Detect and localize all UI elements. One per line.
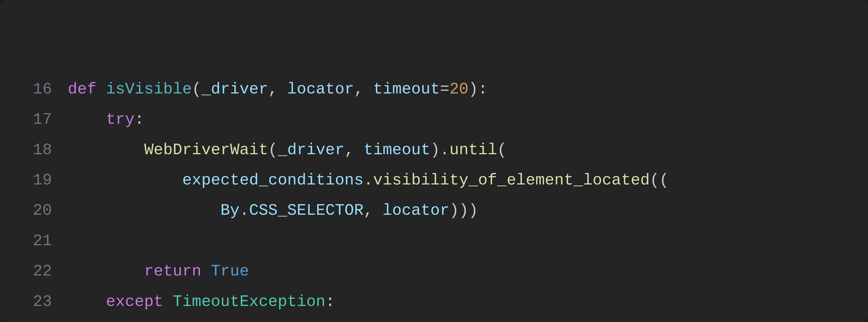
line-number: 23: [0, 287, 68, 317]
code-line[interactable]: 18 WebDriverWait(_driver, timeout).until…: [0, 135, 868, 165]
code-line[interactable]: 17 try:: [0, 105, 868, 135]
token: ((: [650, 171, 669, 189]
token: visibility_of_element_located: [373, 171, 650, 189]
token: (: [192, 80, 202, 98]
token: ,: [344, 141, 364, 159]
token: isVisible: [106, 80, 192, 98]
code-editor[interactable]: 16def isVisible(_driver, locator, timeou…: [0, 0, 868, 322]
token: WebDriverWait: [144, 141, 268, 159]
code-line[interactable]: 23 except TimeoutException:: [0, 287, 868, 317]
token: :: [326, 293, 335, 311]
code-text[interactable]: return True: [68, 256, 868, 287]
code-text[interactable]: WebDriverWait(_driver, timeout).until(: [68, 135, 868, 165]
token: until: [450, 141, 497, 159]
token: 20: [450, 80, 468, 98]
token: True: [211, 262, 249, 280]
code-line[interactable]: 16def isVisible(_driver, locator, timeou…: [0, 74, 868, 105]
token: [202, 262, 211, 280]
token: TimeoutException: [173, 293, 325, 311]
token: :: [134, 111, 144, 129]
code-text[interactable]: expected_conditions.visibility_of_elemen…: [68, 165, 868, 195]
code-text[interactable]: return False: [68, 317, 868, 322]
token: (: [268, 141, 278, 159]
token: ).: [430, 141, 450, 159]
token: ,: [268, 80, 287, 98]
token: ))): [450, 202, 478, 219]
line-number: 17: [0, 105, 68, 135]
token: locator: [383, 202, 450, 219]
code-lines-container: 16def isVisible(_driver, locator, timeou…: [0, 74, 868, 322]
line-number: 16: [0, 74, 68, 105]
token: [163, 293, 173, 311]
token: expected_conditions: [182, 171, 364, 189]
token: timeout: [364, 141, 430, 159]
token: ):: [469, 80, 488, 98]
token: [96, 80, 106, 98]
line-number: 19: [0, 165, 68, 195]
token: (: [497, 141, 506, 159]
code-text[interactable]: def isVisible(_driver, locator, timeout=…: [68, 74, 868, 105]
code-text[interactable]: except TimeoutException:: [68, 287, 868, 317]
code-text[interactable]: By.CSS_SELECTOR, locator))): [68, 195, 868, 226]
code-text[interactable]: try:: [68, 105, 868, 135]
token: return: [144, 262, 202, 280]
line-number: 24: [0, 317, 68, 322]
line-number: 20: [0, 195, 68, 226]
token: ,: [354, 80, 373, 98]
code-line[interactable]: 21: [0, 226, 868, 256]
token: .: [364, 171, 373, 189]
token: except: [106, 293, 163, 311]
token: try: [106, 111, 135, 129]
code-line[interactable]: 24 return False: [0, 317, 868, 322]
token: timeout: [373, 80, 440, 98]
line-number: 18: [0, 135, 68, 165]
code-line[interactable]: 20 By.CSS_SELECTOR, locator))): [0, 195, 868, 226]
code-line[interactable]: 19 expected_conditions.visibility_of_ele…: [0, 165, 868, 195]
token: ,: [364, 202, 382, 219]
token: def: [68, 80, 96, 98]
token: =: [440, 80, 450, 98]
token: .: [240, 202, 249, 219]
token: _driver: [202, 80, 268, 98]
token: By: [220, 202, 239, 219]
line-number: 22: [0, 256, 68, 287]
code-line[interactable]: 22 return True: [0, 256, 868, 287]
line-number: 21: [0, 226, 68, 256]
token: _driver: [278, 141, 344, 159]
token: locator: [287, 80, 354, 98]
token: CSS_SELECTOR: [249, 202, 364, 219]
